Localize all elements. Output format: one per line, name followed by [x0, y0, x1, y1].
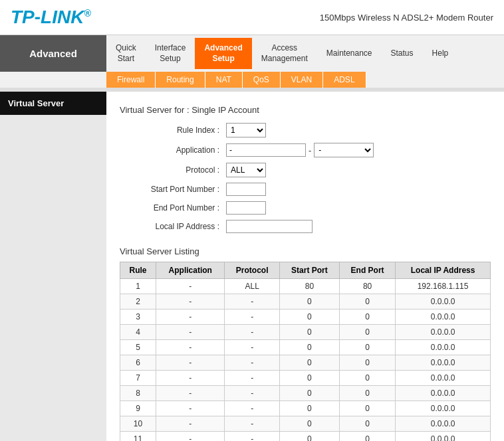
col-application: Application — [156, 262, 225, 279]
cell-protocol: ALL — [225, 279, 279, 294]
end-port-row: End Port Number : 80 — [120, 201, 491, 215]
subnav-firewall[interactable]: Firewall — [106, 72, 156, 88]
cell-application: - — [156, 355, 225, 371]
cell-rule: 10 — [120, 416, 156, 432]
nav-item-advanced-setup[interactable]: AdvancedSetup — [195, 38, 251, 69]
cell-application: - — [156, 371, 225, 386]
nav-item-status[interactable]: Status — [382, 43, 423, 64]
nav-item-quick-start[interactable]: QuickStart — [106, 38, 146, 69]
subnav-qos[interactable]: QoS — [243, 72, 281, 88]
table-row[interactable]: 5 - - 0 0 0.0.0.0 — [120, 340, 491, 355]
cell-end-port: 0 — [339, 340, 395, 355]
cell-start-port: 80 — [279, 279, 339, 294]
col-local-ip: Local IP Address — [396, 262, 491, 279]
logo: TP-LINK® — [11, 7, 91, 28]
cell-protocol: - — [225, 386, 279, 401]
cell-end-port: 0 — [339, 401, 395, 416]
cell-local-ip: 0.0.0.0 — [396, 386, 491, 401]
cell-end-port: 0 — [339, 294, 395, 309]
cell-rule: 1 — [120, 279, 156, 294]
nav-item-maintenance[interactable]: Maintenance — [317, 43, 382, 64]
cell-start-port: 0 — [279, 325, 339, 340]
table-row[interactable]: 7 - - 0 0 0.0.0.0 — [120, 371, 491, 386]
subnav-nat[interactable]: NAT — [205, 72, 243, 88]
cell-rule: 11 — [120, 432, 156, 442]
cell-end-port: 0 — [339, 325, 395, 340]
subnav-vlan[interactable]: VLAN — [281, 72, 323, 88]
cell-end-port: 0 — [339, 386, 395, 401]
subnav-adsl[interactable]: ADSL — [323, 72, 366, 88]
cell-protocol: - — [225, 432, 279, 442]
col-end-port: End Port — [339, 262, 395, 279]
cell-application: - — [156, 416, 225, 432]
cell-end-port: 0 — [339, 371, 395, 386]
rule-index-select[interactable]: 123 — [226, 123, 266, 137]
cell-start-port: 0 — [279, 416, 339, 432]
table-row[interactable]: 8 - - 0 0 0.0.0.0 — [120, 386, 491, 401]
table-row[interactable]: 9 - - 0 0 0.0.0.0 — [120, 401, 491, 416]
start-port-row: Start Port Number : 80 — [120, 183, 491, 196]
cell-start-port: 0 — [279, 309, 339, 325]
table-row[interactable]: 2 - - 0 0 0.0.0.0 — [120, 294, 491, 309]
local-ip-input[interactable]: 192.168.1.115 — [226, 220, 313, 233]
nav-item-access-management[interactable]: AccessManagement — [252, 38, 317, 69]
cell-rule: 3 — [120, 309, 156, 325]
table-row[interactable]: 1 - ALL 80 80 192.168.1.115 — [120, 279, 491, 294]
form-section: Virtual Server for : Single IP Account R… — [120, 105, 491, 233]
cell-rule: 6 — [120, 355, 156, 371]
cell-protocol: - — [225, 371, 279, 386]
local-ip-row: Local IP Address : 192.168.1.115 — [120, 220, 491, 233]
col-start-port: Start Port — [279, 262, 339, 279]
cell-protocol: - — [225, 355, 279, 371]
cell-local-ip: 0.0.0.0 — [396, 355, 491, 371]
application-input1[interactable] — [226, 143, 306, 157]
cell-local-ip: 0.0.0.0 — [396, 416, 491, 432]
cell-protocol: - — [225, 401, 279, 416]
logo-tp: TP-LINK — [11, 7, 84, 27]
nav-item-help[interactable]: Help — [423, 43, 458, 64]
cell-protocol: - — [225, 340, 279, 355]
application-select[interactable]: - — [314, 143, 374, 157]
protocol-row: Protocol : ALLTCPUDP — [120, 163, 491, 177]
cell-application: - — [156, 309, 225, 325]
sidebar-virtual-server[interactable]: Virtual Server — [0, 92, 106, 115]
start-port-input[interactable]: 80 — [226, 183, 266, 196]
table-row[interactable]: 10 - - 0 0 0.0.0.0 — [120, 416, 491, 432]
form-title: Virtual Server for : Single IP Account — [120, 105, 491, 115]
sidebar: Virtual Server — [0, 92, 106, 441]
main-content: Virtual Server for : Single IP Account R… — [106, 92, 504, 441]
table-row[interactable]: 3 - - 0 0 0.0.0.0 — [120, 309, 491, 325]
cell-application: - — [156, 386, 225, 401]
start-port-label: Start Port Number : — [120, 185, 226, 194]
cell-protocol: - — [225, 325, 279, 340]
cell-end-port: 0 — [339, 416, 395, 432]
cell-application: - — [156, 294, 225, 309]
table-row[interactable]: 6 - - 0 0 0.0.0.0 — [120, 355, 491, 371]
logo-reg: ® — [84, 8, 90, 19]
header-title: 150Mbps Wireless N ADSL2+ Modem Router — [320, 13, 493, 23]
sub-nav: Firewall Routing NAT QoS VLAN ADSL — [106, 72, 504, 88]
end-port-input[interactable]: 80 — [226, 201, 266, 215]
cell-start-port: 0 — [279, 432, 339, 442]
cell-rule: 8 — [120, 386, 156, 401]
cell-end-port: 0 — [339, 432, 395, 442]
cell-end-port: 80 — [339, 279, 395, 294]
cell-application: - — [156, 325, 225, 340]
cell-rule: 7 — [120, 371, 156, 386]
cell-protocol: - — [225, 416, 279, 432]
table-row[interactable]: 4 - - 0 0 0.0.0.0 — [120, 325, 491, 340]
cell-start-port: 0 — [279, 340, 339, 355]
cell-end-port: 0 — [339, 309, 395, 325]
nav-container: Advanced QuickStart InterfaceSetup Advan… — [0, 35, 504, 88]
header: TP-LINK® 150Mbps Wireless N ADSL2+ Modem… — [0, 0, 504, 35]
application-dash: - — [309, 145, 311, 155]
cell-end-port: 0 — [339, 355, 395, 371]
subnav-routing[interactable]: Routing — [156, 72, 205, 88]
cell-local-ip: 0.0.0.0 — [396, 371, 491, 386]
cell-local-ip: 0.0.0.0 — [396, 309, 491, 325]
col-rule: Rule — [120, 262, 156, 279]
main-nav: Advanced QuickStart InterfaceSetup Advan… — [0, 35, 504, 72]
table-row[interactable]: 11 - - 0 0 0.0.0.0 — [120, 432, 491, 442]
protocol-select[interactable]: ALLTCPUDP — [226, 163, 266, 177]
nav-item-interface-setup[interactable]: InterfaceSetup — [146, 38, 195, 69]
